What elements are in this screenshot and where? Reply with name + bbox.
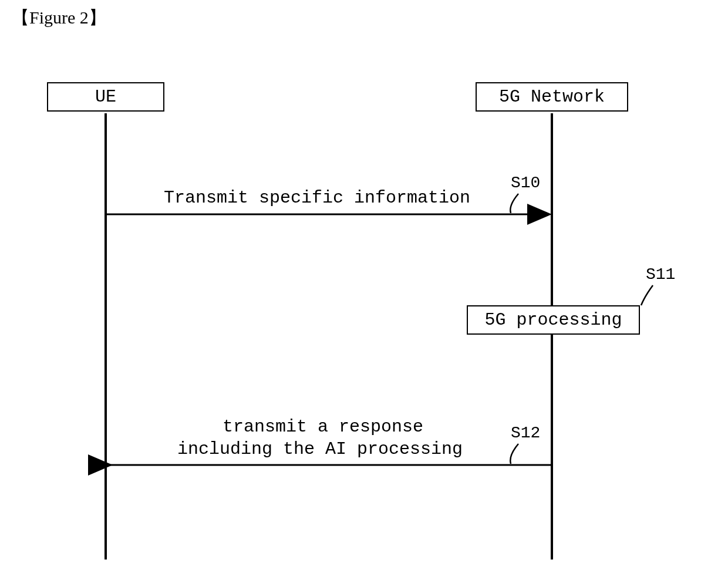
actor-ue: UE [47,82,164,112]
processing-5g: 5G processing [467,305,640,335]
lifeline-ue [105,113,107,559]
message-response-line1: transmit a response [164,417,481,437]
lifeline-5g [551,113,553,559]
message-transmit-specific-info: Transmit specific information [153,188,481,208]
actor-5g-network: 5G Network [476,82,628,112]
step-s11: S11 [646,265,675,284]
message-response-line2: including the AI processing [144,439,496,459]
figure-title: 【Figure 2】 [12,6,106,30]
step-s10: S10 [511,174,540,192]
step-s12: S12 [511,424,540,442]
